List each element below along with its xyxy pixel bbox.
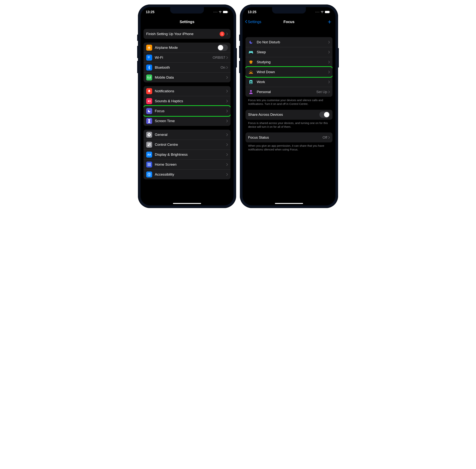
row-label: Focus — [155, 109, 226, 113]
svg-rect-9 — [150, 163, 151, 164]
chevron-right-icon — [226, 163, 228, 166]
share-toggle[interactable] — [319, 111, 330, 118]
svg-rect-10 — [148, 164, 148, 165]
row-label: Sounds & Haptics — [155, 99, 226, 103]
svg-rect-20 — [253, 53, 253, 54]
row-value: Off — [322, 135, 327, 140]
chevron-right-icon — [226, 143, 228, 146]
row-share-devices[interactable]: Share Across Devices — [245, 110, 333, 120]
svg-rect-19 — [249, 53, 249, 54]
bed-icon — [248, 50, 254, 54]
row-label: Control Centre — [155, 143, 226, 147]
chevron-right-icon — [226, 56, 228, 59]
row-display[interactable]: AA Display & Brightness — [143, 150, 231, 159]
phone-left: 13:25 •••• Settings Finish Setting Up Yo… — [138, 4, 236, 208]
battery-icon — [223, 11, 228, 13]
row-mobile-data[interactable]: Mobile Data — [143, 72, 231, 82]
row-focus[interactable]: Focus — [143, 106, 231, 116]
chevron-right-icon — [226, 153, 228, 156]
notification-badge: 1 — [220, 32, 224, 36]
row-screen-time[interactable]: Screen Time — [143, 116, 231, 126]
row-focus-status[interactable]: Focus Status Off — [245, 133, 333, 142]
row-label: Accessibility — [155, 172, 226, 177]
chevron-right-icon — [328, 51, 330, 53]
row-label: Sleep — [257, 50, 328, 54]
chevron-right-icon — [328, 41, 330, 44]
row-label: Airplane Mode — [155, 46, 217, 50]
speaker-icon — [146, 98, 152, 104]
sliders-icon — [146, 142, 152, 148]
row-label: Work — [257, 80, 328, 84]
airplane-toggle[interactable] — [217, 44, 228, 51]
row-label: Notifications — [155, 89, 226, 93]
accessibility-icon — [146, 171, 152, 177]
svg-rect-18 — [249, 52, 253, 53]
row-home-screen[interactable]: Home Screen — [143, 159, 231, 169]
svg-point-4 — [150, 144, 150, 144]
row-label: General — [155, 133, 226, 137]
row-label: Display & Brightness — [155, 152, 226, 157]
svg-rect-13 — [148, 165, 148, 166]
row-personal[interactable]: Personal Set Up — [245, 87, 333, 97]
footer-share: Focus is shared across your devices, and… — [245, 120, 333, 129]
home-indicator[interactable] — [275, 203, 303, 204]
chevron-right-icon — [226, 173, 228, 176]
row-label: Do Not Disturb — [257, 40, 328, 44]
row-sleep[interactable]: Sleep — [245, 47, 333, 57]
row-finish-setup[interactable]: Finish Setting Up Your iPhone 1 — [143, 29, 231, 39]
back-button[interactable]: Settings — [245, 20, 261, 24]
svg-rect-12 — [150, 164, 151, 165]
row-airplane-mode[interactable]: Airplane Mode — [143, 43, 231, 52]
page-title: Settings — [180, 20, 194, 24]
gear-icon — [146, 132, 152, 138]
cellular-dots-icon: •••• — [315, 11, 320, 13]
back-label: Settings — [248, 20, 261, 24]
text-size-icon: AA — [146, 151, 152, 158]
row-label: Mobile Data — [155, 75, 226, 80]
person-icon — [248, 90, 254, 94]
row-control-centre[interactable]: Control Centre — [143, 140, 231, 150]
row-label: Wind Down — [257, 70, 328, 74]
row-studying[interactable]: Studying — [245, 57, 333, 67]
phone-right: 13:25 •••• Settings Focus + — [240, 4, 338, 208]
row-label: Home Screen — [155, 163, 226, 167]
row-label: Finish Setting Up Your iPhone — [146, 32, 220, 36]
row-label: Screen Time — [155, 119, 226, 123]
row-label: Wi-Fi — [155, 55, 212, 60]
row-value: Set Up — [316, 90, 327, 94]
row-sounds[interactable]: Sounds & Haptics — [143, 96, 231, 106]
svg-point-26 — [250, 90, 252, 92]
cellular-dots-icon: •••• — [213, 11, 218, 13]
nav-bar: Settings — [141, 17, 234, 27]
svg-rect-21 — [249, 51, 251, 52]
nav-bar: Settings Focus + — [242, 17, 335, 27]
svg-rect-8 — [149, 163, 150, 164]
row-work[interactable]: Work — [245, 77, 333, 87]
chevron-right-icon — [226, 66, 228, 69]
grid-icon — [146, 162, 152, 168]
wifi-icon — [219, 11, 222, 13]
row-label: Share Across Devices — [248, 113, 319, 117]
chevron-right-icon — [328, 81, 330, 83]
row-general[interactable]: General — [143, 130, 231, 140]
svg-rect-11 — [149, 164, 150, 165]
badge-icon — [248, 80, 254, 84]
row-bluetooth[interactable]: Bluetooth On — [143, 63, 231, 72]
home-indicator[interactable] — [173, 203, 201, 204]
status-time: 13:25 — [248, 10, 256, 14]
svg-rect-14 — [149, 165, 150, 166]
chevron-right-icon — [226, 110, 228, 112]
row-wifi[interactable]: Wi-Fi ORBI57 — [143, 52, 231, 63]
moon-icon — [146, 108, 152, 114]
row-notifications[interactable]: Notifications — [143, 86, 231, 96]
airplane-icon — [146, 45, 152, 51]
chevron-right-icon — [226, 133, 228, 136]
status-time: 13:25 — [146, 10, 154, 14]
row-label: Bluetooth — [155, 66, 221, 70]
row-accessibility[interactable]: Accessibility — [143, 169, 231, 179]
add-button[interactable]: + — [328, 18, 331, 25]
row-wind-down[interactable]: Wind Down — [245, 67, 333, 77]
graduation-icon — [248, 60, 254, 64]
row-dnd[interactable]: Do Not Disturb — [245, 37, 333, 47]
svg-point-24 — [250, 81, 252, 82]
